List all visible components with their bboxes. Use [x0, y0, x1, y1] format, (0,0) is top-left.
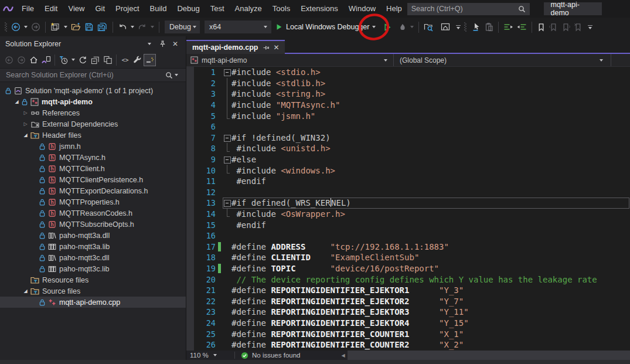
solution-explorer-home-button[interactable] [439, 20, 452, 34]
new-project-button[interactable] [49, 20, 62, 34]
code-line-12[interactable]: 12 [186, 187, 630, 198]
code-line-24[interactable]: 24#define REPORTINGIDENTIFIER_EJEKTOR4 "… [186, 318, 630, 329]
previous-bookmark-button[interactable] [547, 20, 560, 34]
code-line-15[interactable]: 15 #endif [186, 219, 630, 230]
expander-collapsed-icon[interactable]: ▷ [21, 107, 30, 118]
toggle-bookmark-button[interactable] [535, 20, 547, 34]
redo-button[interactable] [136, 20, 149, 34]
menu-item-project[interactable]: Project [110, 0, 144, 18]
code-line-18[interactable]: 18#define CLIENTID "ExampleClientSub" [186, 252, 630, 263]
tree-item-external-dependencies[interactable]: ▷External Dependencies [0, 118, 186, 130]
start-debugging-dropdown[interactable] [372, 26, 376, 28]
health-indicator[interactable]: No issues found [239, 352, 302, 359]
start-without-debugging-button[interactable] [381, 20, 393, 34]
pin-icon[interactable] [157, 39, 168, 49]
tree-item-mqttproperties-h[interactable]: hMQTTProperties.h [0, 196, 186, 207]
window-position-dropdown[interactable] [144, 39, 155, 49]
tree-item-mqttasync-h[interactable]: hMQTTAsync.h [0, 152, 186, 163]
menu-item-window[interactable]: Window [343, 0, 381, 18]
tree-item-paho-mqtt3c-dll[interactable]: paho-mqtt3c.dll [0, 252, 186, 263]
menu-item-git[interactable]: Git [90, 0, 110, 18]
account-button[interactable]: mqtt-api-demo [544, 2, 602, 15]
next-bookmark-button[interactable] [560, 20, 572, 34]
code-line-19[interactable]: 19#define TOPIC "device/16/postReport" [186, 263, 630, 274]
redo-dropdown[interactable] [151, 26, 154, 28]
navigate-forward-button[interactable] [29, 20, 42, 34]
code-line-20[interactable]: 20 // The device reporting config define… [186, 274, 630, 285]
home-split-dropdown[interactable] [456, 25, 461, 29]
solution-explorer-header[interactable]: Solution Explorer ✕ [0, 36, 186, 52]
open-file-button[interactable] [69, 20, 83, 34]
horizontal-scrollbar[interactable] [348, 351, 630, 360]
tree-item-mqtt-api-demo[interactable]: ◢mqtt-api-demo [0, 96, 186, 107]
code-line-22[interactable]: 22#define REPORTINGIDENTIFIER_EJEKTOR2 "… [186, 295, 630, 307]
expander-expanded-icon[interactable]: ◢ [21, 130, 30, 141]
solution-explorer-search-box[interactable]: Search Solution Explorer (Ctrl+ü) [0, 68, 186, 82]
hscroll-left-arrow[interactable]: ◀ [341, 353, 345, 358]
tree-item-header-files[interactable]: ◢Header files [0, 130, 186, 141]
code-line-13[interactable]: 13#if defined(_WRS_KERNEL) [186, 198, 630, 209]
menu-item-extensions[interactable]: Extensions [295, 0, 343, 18]
paste-button[interactable] [483, 20, 495, 34]
tab-pin-icon[interactable] [263, 45, 269, 51]
menu-item-test[interactable]: Test [205, 0, 230, 18]
project-scope-dropdown[interactable]: mqtt-api-demo [186, 54, 394, 66]
expander-collapsed-icon[interactable]: ▷ [21, 118, 30, 130]
tree-item-mqtt-api-demo-cpp[interactable]: mqtt-api-demo.cpp [0, 297, 186, 308]
home-icon[interactable] [28, 54, 40, 66]
menu-item-file[interactable]: File [16, 0, 39, 18]
code-line-9[interactable]: 9#else [186, 154, 630, 165]
tree-item-solution-mqtt-api-demo-1-of-1-project[interactable]: Solution 'mqtt-api-demo' (1 of 1 project… [0, 85, 186, 96]
tree-item-paho-mqtt3a-dll[interactable]: paho-mqtt3a.dll [0, 230, 186, 241]
fold-collapse-box[interactable] [223, 67, 231, 78]
menu-item-analyze[interactable]: Analyze [230, 0, 267, 18]
code-line-3[interactable]: 3#include <string.h> [186, 89, 630, 100]
menu-item-tools[interactable]: Tools [267, 0, 295, 18]
code-line-1[interactable]: 1#include <stdio.h> [186, 67, 630, 78]
refresh-icon[interactable] [77, 54, 89, 66]
expander-expanded-icon[interactable]: ◢ [21, 285, 30, 297]
code-line-26[interactable]: 26#define REPORTINGIDENTIFIER_COUNTER2 "… [186, 339, 630, 351]
navigate-back-button[interactable] [9, 20, 22, 34]
tree-item-mqttclientpersistence-h[interactable]: hMQTTClientPersistence.h [0, 174, 186, 185]
show-next-statement-button[interactable] [470, 20, 483, 34]
start-debugging-button[interactable]: Local Windows Debugger [274, 20, 370, 34]
uncomment-lines-button[interactable] [515, 20, 529, 34]
tree-item-paho-mqtt3a-lib[interactable]: paho-mqtt3a.lib [0, 241, 186, 252]
quick-search-box[interactable]: Search (Ctrl+Q) [407, 3, 530, 15]
sync-with-active-document-button[interactable] [40, 54, 52, 66]
code-line-25[interactable]: 25#define REPORTINGIDENTIFIER_COUNTER1 "… [186, 328, 630, 339]
code-line-14[interactable]: 14 #include <OsWrapper.h> [186, 209, 630, 220]
toolbar-overflow-button[interactable] [588, 25, 592, 29]
pending-changes-filter-button[interactable] [57, 54, 70, 66]
fold-collapse-box[interactable] [223, 132, 231, 144]
close-icon[interactable]: ✕ [170, 39, 181, 49]
menu-item-view[interactable]: View [63, 0, 90, 18]
tree-item-jsmn-h[interactable]: hjsmn.h [0, 141, 186, 152]
code-line-2[interactable]: 2#include <stdlib.h> [186, 78, 630, 89]
tree-item-mqttexportdeclarations-h[interactable]: hMQTTExportDeclarations.h [0, 185, 186, 196]
solution-platform-combo[interactable]: x64 [205, 21, 271, 33]
comment-lines-button[interactable] [502, 20, 515, 34]
tree-item-source-files[interactable]: ◢Source files [0, 285, 186, 297]
save-button[interactable] [83, 20, 96, 34]
tab-mqtt-api-demo-cpp[interactable]: mqtt-api-demo.cpp ✕ [186, 40, 285, 54]
new-project-dropdown[interactable] [64, 26, 67, 28]
find-in-files-button[interactable] [422, 20, 435, 34]
view-code-button[interactable]: <> [119, 54, 131, 66]
code-line-6[interactable]: 6 [186, 121, 630, 132]
show-all-files-button[interactable] [101, 54, 114, 66]
solution-configuration-combo[interactable]: Debug [165, 21, 200, 33]
code-line-21[interactable]: 21#define REPORTINGIDENTIFIER_EJEKTOR1 "… [186, 285, 630, 296]
code-line-10[interactable]: 10 #include <windows.h> [186, 165, 630, 176]
search-options-dropdown[interactable] [175, 74, 178, 76]
tree-item-mqttsubscribeopts-h[interactable]: hMQTTSubscribeOpts.h [0, 219, 186, 230]
tree-item-mqttclient-h[interactable]: hMQTTClient.h [0, 163, 186, 174]
code-line-23[interactable]: 23#define REPORTINGIDENTIFIER_EJEKTOR3 "… [186, 307, 630, 318]
scope-dropdown[interactable]: (Global Scope) [394, 54, 611, 66]
code-line-8[interactable]: 8 #include <unistd.h> [186, 143, 630, 154]
menu-item-help[interactable]: Help [381, 0, 407, 18]
hot-reload-button[interactable] [397, 20, 408, 34]
filter-dropdown[interactable] [71, 59, 75, 61]
zoom-level-combo[interactable]: 110 % [186, 352, 231, 359]
